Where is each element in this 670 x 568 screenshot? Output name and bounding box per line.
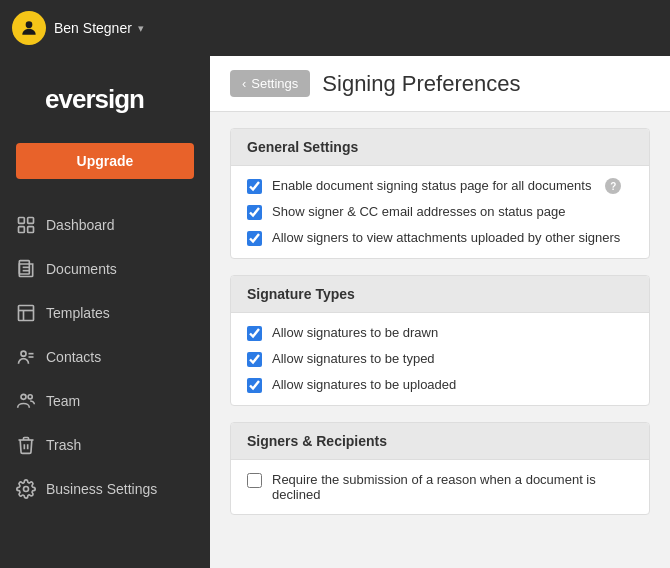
sidebar-item-dashboard-label: Dashboard [46,217,115,233]
sidebar-item-templates[interactable]: Templates [0,291,210,335]
svg-point-15 [21,394,26,399]
typed-row[interactable]: Allow signatures to be typed [247,351,633,367]
decline-reason-checkbox[interactable] [247,473,262,488]
user-name: Ben Stegner [54,20,132,36]
svg-rect-2 [19,218,25,224]
svg-point-16 [28,395,32,399]
sidebar-item-trash[interactable]: Trash [0,423,210,467]
signers-recipients-body: Require the submission of a reason when … [231,460,649,514]
sidebar-item-contacts-label: Contacts [46,349,101,365]
page-title: Signing Preferences [322,71,520,97]
typed-checkbox[interactable] [247,352,262,367]
svg-point-0 [26,21,33,28]
signer-email-row[interactable]: Show signer & CC email addresses on stat… [247,204,633,220]
general-settings-header: General Settings [231,129,649,166]
uploaded-row[interactable]: Allow signatures to be uploaded [247,377,633,393]
svg-rect-3 [28,218,34,224]
uploaded-label: Allow signatures to be uploaded [272,377,456,392]
sidebar-item-team-label: Team [46,393,80,409]
drawn-label: Allow signatures to be drawn [272,325,438,340]
sidebar-item-templates-label: Templates [46,305,110,321]
general-settings-section: General Settings Enable document signing… [230,128,650,259]
svg-point-12 [21,351,26,356]
attachments-row[interactable]: Allow signers to view attachments upload… [247,230,633,246]
upgrade-button[interactable]: Upgrade [16,143,194,179]
back-button[interactable]: ‹ Settings [230,70,310,97]
signer-email-label: Show signer & CC email addresses on stat… [272,204,565,219]
general-settings-body: Enable document signing status page for … [231,166,649,258]
attachments-checkbox[interactable] [247,231,262,246]
signers-recipients-header: Signers & Recipients [231,423,649,460]
drawn-checkbox[interactable] [247,326,262,341]
attachments-label: Allow signers to view attachments upload… [272,230,620,245]
sidebar: eversign Upgrade Dashboard [0,56,210,568]
svg-rect-4 [19,227,25,233]
sidebar-item-trash-label: Trash [46,437,81,453]
signer-email-checkbox[interactable] [247,205,262,220]
sidebar-item-documents[interactable]: Documents [0,247,210,291]
typed-label: Allow signatures to be typed [272,351,435,366]
signature-types-body: Allow signatures to be drawn Allow signa… [231,313,649,405]
content-body: General Settings Enable document signing… [210,112,670,531]
uploaded-checkbox[interactable] [247,378,262,393]
drawn-row[interactable]: Allow signatures to be drawn [247,325,633,341]
decline-reason-label: Require the submission of a reason when … [272,472,633,502]
sidebar-item-dashboard[interactable]: Dashboard [0,203,210,247]
back-chevron-icon: ‹ [242,76,246,91]
svg-point-17 [24,487,29,492]
header-bar: Ben Stegner ▾ [0,0,670,56]
signature-types-header: Signature Types [231,276,649,313]
avatar [12,11,46,45]
decline-reason-row[interactable]: Require the submission of a reason when … [247,472,633,502]
page-header: ‹ Settings Signing Preferences [210,56,670,112]
signature-types-section: Signature Types Allow signatures to be d… [230,275,650,406]
sidebar-item-team[interactable]: Team [0,379,210,423]
sidebar-nav: Dashboard Documents Templates [0,203,210,568]
sidebar-item-documents-label: Documents [46,261,117,277]
main-layout: eversign Upgrade Dashboard [0,56,670,568]
back-button-label: Settings [251,76,298,91]
status-page-checkbox[interactable] [247,179,262,194]
status-page-label: Enable document signing status page for … [272,178,591,193]
content-area: ‹ Settings Signing Preferences General S… [210,56,670,568]
svg-rect-5 [28,227,34,233]
signers-recipients-section: Signers & Recipients Require the submiss… [230,422,650,515]
sidebar-item-business-settings-label: Business Settings [46,481,157,497]
logo: eversign [0,76,210,119]
sidebar-item-contacts[interactable]: Contacts [0,335,210,379]
chevron-down-icon: ▾ [138,22,144,35]
sidebar-item-business-settings[interactable]: Business Settings [0,467,210,511]
svg-text:eversign: eversign [45,84,144,114]
svg-rect-9 [19,306,34,321]
status-page-row[interactable]: Enable document signing status page for … [247,178,633,194]
help-icon: ? [605,178,621,194]
